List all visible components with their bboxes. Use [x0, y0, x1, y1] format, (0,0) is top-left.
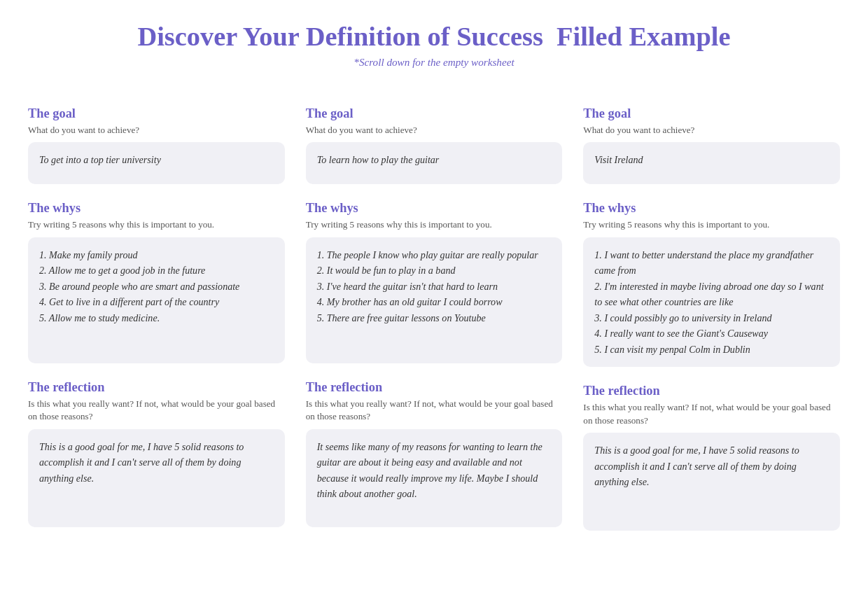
whys-value-1: 1. Make my family proud2. Allow me to ge… [28, 237, 285, 363]
goal-label-1: The goal [28, 106, 285, 121]
whys-prompt-3: Try writing 5 reasons why this is import… [583, 218, 840, 231]
subtitle: *Scroll down for the empty worksheet [28, 56, 840, 69]
page-header: Discover Your Definition of Success Fill… [28, 21, 840, 69]
goal-value-1: To get into a top tier university [28, 142, 285, 184]
reflection-label-3: The reflection [583, 384, 840, 398]
column-2: The goal What do you want to achieve? To… [306, 90, 563, 531]
whys-value-3: 1. I want to better understand the place… [583, 237, 840, 368]
column-1: The goal What do you want to achieve? To… [28, 90, 285, 531]
page-title: Discover Your Definition of Success Fill… [28, 21, 840, 52]
goal-value-3: Visit Ireland [583, 142, 840, 184]
whys-label-1: The whys [28, 201, 285, 216]
goal-prompt-2: What do you want to achieve? [306, 124, 563, 137]
title-normal: Discover Your Definition of Success [137, 22, 542, 51]
whys-prompt-2: Try writing 5 reasons why this is import… [306, 218, 563, 231]
goal-value-2: To learn how to play the guitar [306, 142, 563, 184]
whys-prompt-1: Try writing 5 reasons why this is import… [28, 218, 285, 231]
reflection-prompt-1: Is this what you really want? If not, wh… [28, 398, 285, 424]
column-3: The goal What do you want to achieve? Vi… [583, 90, 840, 531]
goal-prompt-3: What do you want to achieve? [583, 124, 840, 137]
reflection-value-1: This is a good goal for me, I have 5 sol… [28, 429, 285, 527]
reflection-label-2: The reflection [306, 380, 563, 395]
goal-label-3: The goal [583, 106, 840, 121]
whys-label-3: The whys [583, 201, 840, 216]
whys-label-2: The whys [306, 201, 563, 216]
whys-value-2: 1. The people I know who play guitar are… [306, 237, 563, 363]
goal-prompt-1: What do you want to achieve? [28, 124, 285, 137]
reflection-label-1: The reflection [28, 380, 285, 395]
title-bold: Filled Example [556, 22, 730, 51]
main-grid: The goal What do you want to achieve? To… [28, 90, 840, 531]
reflection-value-2: It seems like many of my reasons for wan… [306, 429, 563, 527]
reflection-value-3: This is a good goal for me, I have 5 sol… [583, 433, 840, 531]
goal-label-2: The goal [306, 106, 563, 121]
reflection-prompt-2: Is this what you really want? If not, wh… [306, 398, 563, 424]
reflection-prompt-3: Is this what you really want? If not, wh… [583, 401, 840, 427]
